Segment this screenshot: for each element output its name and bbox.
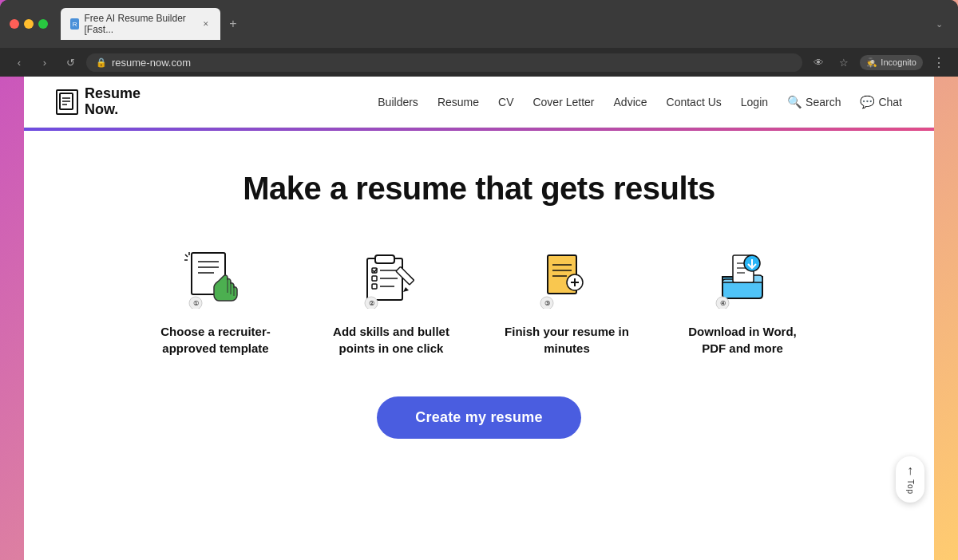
hero-title: Make a resume that gets results	[56, 171, 902, 207]
feature-template-label: Choose a recruiter-approved template	[152, 323, 279, 357]
incognito-icon: 🕵	[866, 57, 877, 68]
active-tab[interactable]: R Free AI Resume Builder [Fast... ✕	[61, 8, 220, 40]
features-row: ① Choose a recruiter-approved template	[56, 246, 902, 357]
feature-finish-label: Finish your resume in minutes	[503, 323, 631, 357]
nav-chat[interactable]: 💬 Chat	[860, 95, 902, 109]
scroll-top-arrow: ↑	[907, 463, 913, 478]
nav-resume[interactable]: Resume	[437, 96, 479, 108]
minimize-window-button[interactable]	[24, 19, 34, 29]
more-options-button[interactable]: ⋮	[929, 55, 948, 70]
nav-login[interactable]: Login	[741, 96, 768, 108]
browser-titlebar: R Free AI Resume Builder [Fast... ✕ + ⌄	[0, 0, 958, 48]
scroll-top-label: Top	[906, 479, 915, 495]
feature-item-finish: ③ Finish your resume in minutes	[503, 246, 631, 357]
address-bar[interactable]: 🔒 resume-now.com	[86, 53, 802, 72]
create-resume-button[interactable]: Create my resume	[377, 396, 580, 439]
svg-rect-17	[375, 255, 394, 263]
search-icon: 🔍	[787, 95, 802, 109]
tab-title: Free AI Resume Builder [Fast...	[84, 13, 193, 35]
tab-bar: R Free AI Resume Builder [Fast... ✕ +	[61, 8, 923, 40]
url-display: resume-now.com	[112, 57, 793, 69]
incognito-badge: 🕵 Incognito	[860, 55, 923, 70]
nav-links: Builders Resume CV Cover Letter Advice C…	[378, 95, 902, 109]
new-tab-button[interactable]: +	[224, 14, 243, 34]
feature-item-skills: ② Add skills and bullet points in one cl…	[327, 246, 455, 357]
nav-advice[interactable]: Advice	[614, 96, 647, 108]
feature-item-download: ④ Download in Word, PDF and more	[679, 246, 806, 357]
finish-icon-wrapper: ③	[531, 246, 603, 310]
feature-skills-label: Add skills and bullet points in one clic…	[327, 323, 455, 357]
site-nav: Resume Now. Builders Resume CV Cover Let…	[24, 77, 934, 128]
hero-section: Make a resume that gets results	[24, 131, 934, 471]
skills-icon-wrapper: ②	[355, 246, 427, 310]
tab-close-button[interactable]: ✕	[202, 18, 211, 30]
svg-text:④: ④	[720, 300, 726, 307]
traffic-lights	[10, 19, 48, 29]
svg-text:③: ③	[544, 300, 550, 307]
chat-label: Chat	[878, 96, 902, 108]
chat-icon: 💬	[860, 95, 875, 109]
nav-contact-us[interactable]: Contact Us	[667, 96, 722, 108]
forward-button[interactable]: ›	[35, 53, 54, 72]
browser-toolbar: ‹ › ↺ 🔒 resume-now.com 👁 ☆ 🕵 Incognito ⋮	[0, 48, 958, 77]
website-content: Resume Now. Builders Resume CV Cover Let…	[24, 77, 934, 560]
template-icon-wrapper: ①	[180, 246, 251, 310]
eye-slash-icon[interactable]: 👁	[809, 53, 828, 72]
nav-search[interactable]: 🔍 Search	[787, 95, 841, 109]
feature-download-label: Download in Word, PDF and more	[679, 323, 806, 357]
svg-line-11	[185, 254, 188, 257]
logo-icon	[56, 89, 78, 115]
search-label: Search	[806, 96, 841, 108]
nav-cover-letter[interactable]: Cover Letter	[532, 96, 594, 108]
tab-favicon: R	[70, 18, 79, 30]
incognito-label: Incognito	[881, 57, 916, 67]
svg-text:①: ①	[193, 300, 199, 307]
logo-text: Resume Now.	[85, 86, 141, 118]
toolbar-actions: 👁 ☆ 🕵 Incognito ⋮	[809, 53, 948, 72]
download-icon-wrapper: ④	[707, 246, 778, 310]
nav-builders[interactable]: Builders	[378, 96, 418, 108]
close-window-button[interactable]	[10, 19, 19, 29]
feature-item-template: ① Choose a recruiter-approved template	[152, 246, 279, 357]
reload-button[interactable]: ↺	[61, 53, 80, 72]
scroll-top-button[interactable]: ↑ Top	[896, 456, 924, 503]
back-button[interactable]: ‹	[10, 53, 29, 72]
lock-icon: 🔒	[96, 57, 107, 68]
browser-window: R Free AI Resume Builder [Fast... ✕ + ⌄ …	[0, 0, 958, 77]
svg-text:②: ②	[369, 300, 374, 307]
logo[interactable]: Resume Now.	[56, 86, 141, 118]
maximize-window-button[interactable]	[38, 19, 48, 29]
window-controls[interactable]: ⌄	[929, 14, 948, 34]
nav-cv[interactable]: CV	[498, 96, 513, 108]
svg-marker-25	[403, 287, 409, 292]
bookmark-star-icon[interactable]: ☆	[834, 53, 853, 72]
